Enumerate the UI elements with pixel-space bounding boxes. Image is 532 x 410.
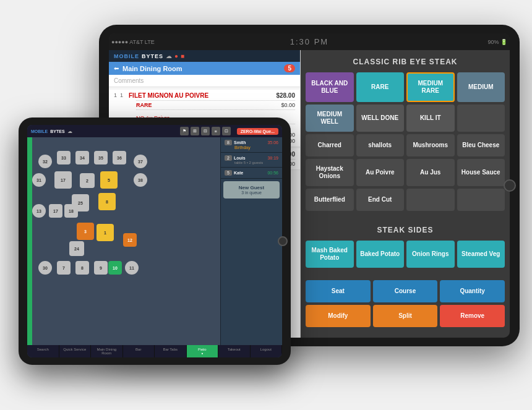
front-icon-3: ⊟ <box>201 127 210 135</box>
new-guest-item[interactable]: New Guest 3 in queue <box>223 181 280 199</box>
front-icon-4: ≡ <box>212 127 220 135</box>
new-guest-title: New Guest <box>227 185 276 190</box>
table-35[interactable]: 35 <box>94 151 108 164</box>
front-top-bar: MOBILE BYTES ☁ ⚑ ⊞ ⊟ ≡ ⊡ ZERO-Wai Que... <box>27 125 282 137</box>
nav-bar[interactable]: Bar <box>123 345 155 357</box>
order-count-badge: 5 <box>284 64 295 72</box>
table-37[interactable]: 37 <box>134 155 147 168</box>
table-11[interactable]: 11 <box>125 261 139 275</box>
back-tablet-home-button[interactable] <box>504 179 516 192</box>
table-10[interactable]: 10 <box>108 261 122 275</box>
section-title-steak: CLASSIC RIB EYE STEAK <box>306 55 505 69</box>
mod-mash-baked-potato[interactable]: Mash Baked Potato <box>306 241 354 268</box>
mod-mushrooms[interactable]: Mushrooms <box>406 134 455 156</box>
mod-kill-it[interactable]: KILL IT <box>406 105 455 132</box>
patio-edge <box>27 137 32 345</box>
new-guest-subtitle: 3 in queue <box>227 190 276 195</box>
mod-haystack-onions[interactable]: Haystack Onions <box>306 159 354 186</box>
actions-grid: Seat Course Quantity Modify Split Remove <box>306 280 505 327</box>
table-9[interactable]: 9 <box>94 261 108 275</box>
mod-house-sauce[interactable]: House Sauce <box>457 159 505 186</box>
guest-panel: 8 Smith 35:06 Birthday 2 Louis 38:19 <box>220 137 282 345</box>
front-icon-2: ⊞ <box>191 127 199 135</box>
front-tablet-home-button[interactable] <box>278 236 288 246</box>
mod-course[interactable]: Course <box>373 280 438 302</box>
section-title-sides: STEAK SIDES <box>306 223 505 237</box>
mod-shallots[interactable]: shallots <box>356 134 405 156</box>
table-3[interactable]: 3 <box>77 223 94 240</box>
table-32[interactable]: 32 <box>38 155 52 168</box>
table-38[interactable]: 38 <box>134 173 147 187</box>
mod-well-done[interactable]: WELL DONE <box>356 105 405 132</box>
mod-split[interactable]: Split <box>373 305 438 327</box>
table-2[interactable]: 2 <box>80 173 95 188</box>
nav-patio[interactable]: Patio ● <box>187 345 219 357</box>
order-location-bar[interactable]: ⬅ Main Dining Room 5 <box>109 62 300 75</box>
table-5[interactable]: 5 <box>100 171 118 189</box>
table-34[interactable]: 34 <box>75 151 89 164</box>
nav-quick-service[interactable]: Quick Service <box>59 345 92 357</box>
scene: ●●●●● AT&T LTE 1:30 PM 90% 🔋 MOBILE BYTE… <box>0 0 532 410</box>
mod-empty3 <box>457 189 505 211</box>
mod-modify[interactable]: Modify <box>306 305 371 327</box>
table-36[interactable]: 36 <box>113 151 126 164</box>
table-18[interactable]: 18 <box>64 204 78 218</box>
table-17b[interactable]: 17 <box>49 204 62 218</box>
doneness-grid: BLACK AND BLUE RARE MEDIUM RARE MEDIUM M… <box>306 72 505 211</box>
mod-remove[interactable]: Remove <box>440 305 505 327</box>
table-8[interactable]: 8 <box>98 193 116 210</box>
nav-logout[interactable]: Logout <box>251 345 283 357</box>
front-status-btn[interactable]: ZERO-Wai Que... <box>237 128 278 135</box>
mod-quantity[interactable]: Quantity <box>440 280 505 302</box>
nav-search[interactable]: Search <box>27 345 59 357</box>
back-time: 1:30 PM <box>290 37 328 46</box>
mod-onion-rings[interactable]: Onion Rings <box>406 241 455 268</box>
table-7[interactable]: 7 <box>57 261 71 275</box>
front-main: 32 33 34 35 36 37 31 17 2 5 38 25 8 <box>27 137 282 345</box>
mod-empty2 <box>406 189 455 211</box>
mod-au-poivre[interactable]: Au Poivre <box>356 159 405 186</box>
guest-kate[interactable]: 5 Kate 00:56 <box>221 168 282 179</box>
mod-end-cut[interactable]: End Cut <box>356 189 405 211</box>
front-icon-1: ⚑ <box>180 127 189 135</box>
table-24[interactable]: 24 <box>69 241 84 256</box>
mod-empty1 <box>457 105 505 132</box>
front-top-icons: ⚑ ⊞ ⊟ ≡ ⊡ <box>180 127 231 135</box>
mod-butterflied[interactable]: Butterflied <box>306 189 354 211</box>
table-30[interactable]: 30 <box>38 261 52 275</box>
mod-charred[interactable]: Charred <box>306 134 354 156</box>
order-location-title: Main Dining Room <box>122 65 280 72</box>
table-33[interactable]: 33 <box>57 151 71 164</box>
nav-bar-tabs[interactable]: Bar Tabs <box>155 345 187 357</box>
order-comments[interactable]: Comments <box>109 75 300 87</box>
table-1[interactable]: 1 <box>97 224 114 241</box>
mod-medium[interactable]: MEDIUM <box>457 72 505 102</box>
table-17[interactable]: 17 <box>54 171 72 189</box>
table-31[interactable]: 31 <box>32 173 46 187</box>
mod-bleu-cheese[interactable]: Bleu Cheese <box>457 134 505 156</box>
nav-takeout[interactable]: Takeout <box>218 345 251 357</box>
mod-medium-rare[interactable]: MEDIUM RARE <box>406 72 455 102</box>
guest-louis[interactable]: 2 Louis 38:19 table 5 • 2 guests <box>221 153 282 168</box>
mod-au-jus[interactable]: Au Jus <box>406 159 455 186</box>
back-status-bar: ●●●●● AT&T LTE 1:30 PM 90% 🔋 <box>109 33 510 50</box>
mod-baked-potato[interactable]: Baked Potato <box>356 241 405 268</box>
table-12[interactable]: 12 <box>123 233 137 247</box>
modifier-panel: CLASSIC RIB EYE STEAK BLACK AND BLUE RAR… <box>301 50 510 338</box>
mod-medium-well[interactable]: MEDIUM WELL <box>306 105 354 132</box>
front-tablet-screen: MOBILE BYTES ☁ ⚑ ⊞ ⊟ ≡ ⊡ ZERO-Wai Que... <box>27 125 282 357</box>
nav-main-dining[interactable]: Main Dining Room <box>91 345 123 357</box>
mod-black-blue[interactable]: BLACK AND BLUE <box>306 72 354 102</box>
mod-rare[interactable]: RARE <box>356 72 405 102</box>
front-bottom-nav: Search Quick Service Main Dining Room Ba… <box>27 345 282 357</box>
table-13[interactable]: 13 <box>32 204 46 218</box>
table-8c[interactable]: 8 <box>75 261 89 275</box>
sides-grid: Mash Baked Potato Baked Potato Onion Rin… <box>306 241 505 268</box>
front-tablet: MOBILE BYTES ☁ ⚑ ⊞ ⊟ ≡ ⊡ ZERO-Wai Que... <box>19 117 291 365</box>
mod-seat[interactable]: Seat <box>306 280 371 302</box>
mod-steamed-veg[interactable]: Steamed Veg <box>457 241 505 268</box>
floor-map[interactable]: 32 33 34 35 36 37 31 17 2 5 38 25 8 <box>27 137 220 345</box>
front-icon-5: ⊡ <box>222 127 231 135</box>
guest-smith[interactable]: 8 Smith 35:06 Birthday <box>221 137 282 153</box>
